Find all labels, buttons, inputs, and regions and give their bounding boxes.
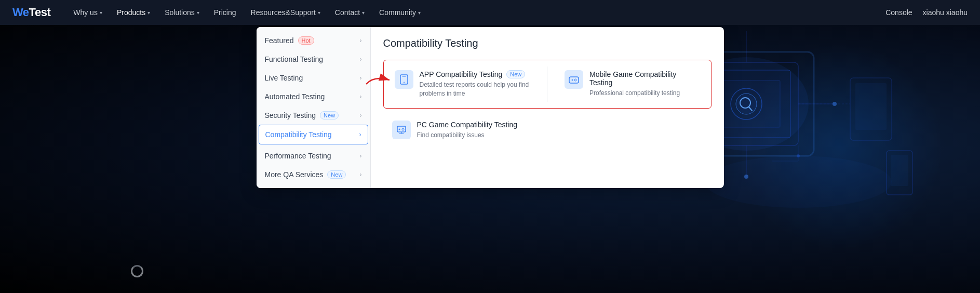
product-row-2: PC Game Compatibility Testing Find compa… [383,113,711,148]
badge-new: New [327,170,346,179]
sidebar-label-functional: Functional Testing [265,55,324,63]
chevron-down-icon: ▾ [418,10,421,16]
mobile-game-compat-icon [565,70,583,89]
sidebar-item-automated[interactable]: Automated Testing › [257,87,370,106]
product-row-1: APP Compatibility Testing New Detailed t… [383,60,711,109]
sidebar-item-more-qa[interactable]: More QA Services New › [257,165,370,184]
nav-products[interactable]: Products ▾ [111,5,156,20]
nav-solutions[interactable]: Solutions ▾ [158,5,206,20]
svg-rect-31 [569,77,579,83]
chevron-down-icon: ▾ [100,10,102,16]
nav-why-us[interactable]: Why us ▾ [67,5,109,20]
user-menu[interactable]: xiaohu xiaohu [923,8,968,17]
product-grid: APP Compatibility Testing New Detailed t… [383,60,711,147]
nav-pricing[interactable]: Pricing [208,5,243,20]
app-compat-icon [395,70,413,89]
nav-contact[interactable]: Contact ▾ [329,5,371,20]
chevron-right-icon: › [360,74,362,82]
loading-spinner [131,265,143,277]
nav-community[interactable]: Community ▾ [373,5,427,20]
section-title: Compatibility Testing [383,37,711,49]
product-card-pc-game-compat[interactable]: PC Game Compatibility Testing Find compa… [383,113,549,148]
logo[interactable]: WeTest [12,6,50,19]
badge-hot: Hot [298,36,314,45]
pc-game-compat-icon [392,121,411,139]
nav-right: Console xiaohu xiaohu [885,8,968,17]
sidebar-item-live[interactable]: Live Testing › [257,69,370,87]
app-compat-name: APP Compatibility Testing New [420,70,530,78]
sidebar-label-more-qa: More QA Services [265,170,324,179]
chevron-right-icon: › [359,131,361,138]
sidebar-item-featured[interactable]: Featured Hot › [257,31,370,50]
pc-game-compat-name: PC Game Compatibility Testing [417,121,541,129]
sidebar-label-compatibility: Compatibility Testing [265,130,332,139]
navbar: WeTest Why us ▾ Products ▾ Solutions ▾ P… [0,0,980,25]
chevron-down-icon: ▾ [318,10,320,16]
mobile-game-compat-desc: Professional compatibility testing [589,89,700,98]
sidebar-item-performance[interactable]: Performance Testing › [257,146,370,165]
svg-point-33 [574,79,576,81]
product-card-app-compat[interactable]: APP Compatibility Testing New Detailed t… [386,62,539,106]
sidebar-item-security[interactable]: Security Testing New › [257,106,370,125]
pc-game-compat-desc: Find compatibility issues [417,131,541,140]
divider [547,66,547,102]
app-compat-desc: Detailed test reports could help you fin… [420,81,530,98]
logo-we: We [12,6,29,19]
sidebar-label-featured: Featured [265,36,294,45]
svg-point-40 [402,128,404,130]
chevron-down-icon: ▾ [197,10,199,16]
console-link[interactable]: Console [885,8,912,17]
chevron-right-icon: › [360,152,362,159]
nav-items: Why us ▾ Products ▾ Solutions ▾ Pricing … [67,5,885,20]
logo-text: WeTest [12,6,50,19]
sidebar: Featured Hot › Functional Testing › Live… [257,27,371,188]
mobile-game-compat-info: Mobile Game Compatibility Testing Profes… [589,70,700,98]
sidebar-label-security: Security Testing [265,111,316,119]
badge-new-app: New [506,70,525,78]
pc-game-compat-info: PC Game Compatibility Testing Find compa… [417,121,541,140]
svg-point-29 [404,82,405,83]
chevron-down-icon: ▾ [147,10,150,16]
sidebar-label-live: Live Testing [265,74,303,82]
mobile-game-compat-name: Mobile Game Compatibility Testing [589,70,700,87]
chevron-right-icon: › [360,37,362,44]
sidebar-item-functional[interactable]: Functional Testing › [257,50,370,69]
svg-rect-36 [397,126,406,132]
chevron-right-icon: › [360,112,362,119]
red-arrow-indicator [364,73,395,89]
dropdown-wrapper: Featured Hot › Functional Testing › Live… [257,27,724,188]
main-content: Compatibility Testing [371,27,724,188]
sidebar-label-performance: Performance Testing [265,152,331,160]
chevron-right-icon: › [360,171,362,178]
chevron-right-icon: › [360,93,362,100]
badge-new: New [320,111,339,119]
sidebar-item-compatibility[interactable]: Compatibility Testing › [259,125,368,144]
app-compat-info: APP Compatibility Testing New Detailed t… [420,70,530,98]
product-card-mobile-game-compat[interactable]: Mobile Game Compatibility Testing Profes… [556,62,709,106]
chevron-down-icon: ▾ [362,10,365,16]
products-dropdown: Featured Hot › Functional Testing › Live… [0,25,980,188]
nav-resources[interactable]: Resources&Support ▾ [245,5,327,20]
chevron-right-icon: › [360,56,362,63]
sidebar-label-automated: Automated Testing [265,92,325,101]
logo-test: Test [29,6,51,19]
